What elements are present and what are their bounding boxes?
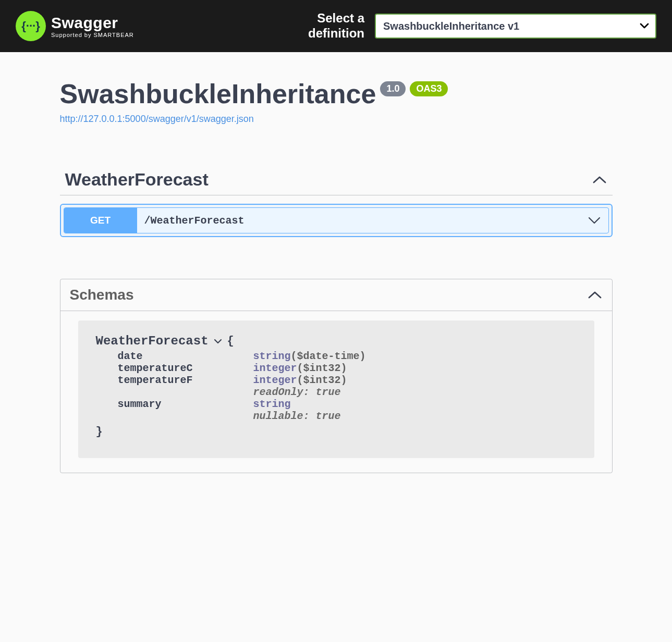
definition-select[interactable] bbox=[375, 14, 656, 39]
definition-select-wrap bbox=[375, 14, 656, 39]
brace-close: } bbox=[96, 425, 577, 438]
chevron-up-icon bbox=[587, 290, 603, 300]
model-property-row: date string($date-time) bbox=[118, 350, 577, 362]
property-attribute: nullable: true bbox=[253, 410, 341, 422]
tag-header[interactable]: WeatherForecast bbox=[60, 166, 613, 195]
http-method-badge: GET bbox=[64, 208, 137, 233]
schemas-title: Schemas bbox=[70, 287, 134, 303]
brace-open: { bbox=[227, 335, 234, 348]
version-badge: 1.0 bbox=[380, 81, 406, 96]
model-title: WeatherForecast bbox=[96, 334, 209, 348]
model-property-row: summary string bbox=[118, 398, 577, 410]
model-property-row: temperatureF integer($int32) bbox=[118, 374, 577, 386]
chevron-down-icon bbox=[588, 216, 601, 225]
oas-badge: OAS3 bbox=[410, 81, 448, 96]
logo-text-main: Swagger bbox=[51, 14, 134, 32]
model-box: WeatherForecast { date string($date-time… bbox=[78, 320, 594, 458]
topbar: {···} Swagger Supported by SMARTBEAR Sel… bbox=[0, 0, 672, 52]
spec-url-link[interactable]: http://127.0.0.1:5000/swagger/v1/swagger… bbox=[60, 114, 254, 125]
logo: {···} Swagger Supported by SMARTBEAR bbox=[16, 11, 134, 41]
schemas-header[interactable]: Schemas bbox=[60, 279, 612, 311]
operation-path: /WeatherForecast bbox=[137, 215, 245, 227]
logo-text-sub: Supported by SMARTBEAR bbox=[51, 32, 134, 38]
definition-select-label: Select a definition bbox=[308, 11, 364, 41]
api-title: SwashbuckleInheritance bbox=[60, 78, 376, 109]
chevron-up-icon bbox=[592, 175, 607, 184]
chevron-down-icon[interactable] bbox=[214, 339, 222, 344]
operation-block: GET /WeatherForecast bbox=[60, 204, 613, 237]
tag-name: WeatherForecast bbox=[65, 169, 209, 190]
operation-summary[interactable]: GET /WeatherForecast bbox=[64, 207, 609, 233]
property-attribute: readOnly: true bbox=[253, 386, 341, 398]
swagger-logo-icon: {···} bbox=[16, 11, 46, 41]
model-property-row: temperatureC integer($int32) bbox=[118, 362, 577, 374]
model-properties: date string($date-time) temperatureC int… bbox=[118, 350, 577, 422]
